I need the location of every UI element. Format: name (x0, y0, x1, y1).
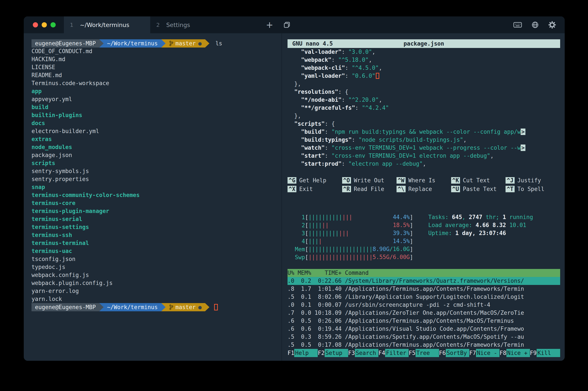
shortcut-key: ^O (342, 177, 351, 184)
nano-line: "watch": "cross-env TERMINUS_DEV=1 webpa… (288, 144, 560, 152)
meter-value: 44.4% (393, 214, 410, 220)
new-tab-button[interactable]: + (260, 16, 279, 33)
ls-directory: terminus-community-color-schemes (31, 191, 282, 199)
fkey-item[interactable]: F4Filter (378, 349, 409, 357)
ls-directory: snap (31, 183, 282, 191)
terminal-cursor (214, 304, 218, 310)
process-row[interactable]: .5 0.3 8:59.26 /Applications/Spotify.app… (288, 333, 560, 341)
new-window-button[interactable] (279, 16, 295, 33)
meter-value: 14.5% (393, 238, 410, 244)
ls-file: electron-builder.yml (31, 127, 282, 135)
keyboard-icon[interactable] (513, 22, 522, 28)
nano-shortcut: ^UPaste Text (451, 186, 506, 192)
ls-directory: terminus-ssh (31, 231, 282, 239)
nano-shortcut: ^JJustify (506, 177, 560, 184)
right-terminal-pane[interactable]: package.json GNU nano 4.5 "val-loader": … (288, 33, 560, 361)
process-row[interactable]: .7 0.0 10:18.09 /Applications/ZeroTier O… (288, 309, 560, 317)
prompt-cwd: ~/Work/terminus (107, 40, 158, 47)
ls-directory: extras (31, 135, 282, 143)
ls-file: HACKING.md (31, 55, 282, 63)
nano-line: "webpack": "^5.18.0", (288, 56, 560, 64)
nano-shortcut: ^OWrite Out (342, 177, 397, 184)
process-table-header[interactable]: U% MEM% TIME+ Command (288, 269, 560, 277)
meter-bar: |||||||||||||44.4% (308, 213, 410, 221)
ls-directory: terminus-plugin-manager (31, 207, 282, 215)
fkey-item[interactable]: F9Kill (530, 349, 560, 357)
nano-title-bar: package.json GNU nano 4.5 (288, 39, 560, 48)
meter-label: 2 (295, 222, 305, 229)
process-row[interactable]: .5 0.5 0:17.08 /Applications/Terminus.ap… (288, 341, 560, 349)
process-row[interactable]: .0 0.1 0:00.07 /usr/sbin/screencapture -… (288, 301, 560, 309)
prompt-git-segment: master● (166, 303, 205, 311)
prompt-line: eugene@Eugenes-MBP~/Work/terminusmaster● (31, 303, 282, 311)
fkey-action: Nice - (476, 349, 500, 357)
fkey-item[interactable]: F6SortBy (439, 349, 469, 357)
minimize-button[interactable] (42, 22, 47, 27)
fkey-item[interactable]: F1Help (288, 349, 318, 357)
nano-shortcut-row: ^GGet Help^OWrite Out^WWhere Is^KCut Tex… (288, 176, 560, 185)
nano-line: "**/graceful-fs": "^4.2.4" (288, 104, 560, 112)
close-button[interactable] (33, 22, 38, 27)
meter-value: 8.90G (372, 246, 389, 252)
fkey-item[interactable]: F8Nice + (500, 349, 530, 357)
git-branch-icon (169, 41, 173, 46)
prompt-user-host: eugene@Eugenes-MBP (35, 40, 96, 47)
prompt-path-segment: ~/Work/terminus (104, 39, 161, 48)
meter-value: 18.5% (393, 222, 410, 228)
prompt-user-segment: eugene@Eugenes-MBP (31, 39, 99, 48)
fkey-action: Tree (416, 349, 439, 357)
prompt-cwd: ~/Work/terminus (107, 304, 158, 310)
git-branch-name: master (175, 304, 196, 310)
shortcut-key: ^J (506, 177, 514, 184)
settings-gear-icon[interactable] (548, 21, 556, 29)
process-row[interactable]: .8 1.7 1:01.40 /Applications/Terminus.ap… (288, 285, 560, 293)
prompt-user-host: eugene@Eugenes-MBP (35, 304, 96, 310)
meter-row: Swp[|||||||||||||||||||5.55G/6.00G] (295, 253, 417, 261)
toolbar-icons (513, 16, 565, 33)
nano-shortcut: ^KCut Text (451, 177, 506, 184)
shortcut-label: Exit (299, 186, 313, 192)
line-truncated-marker: > (521, 128, 525, 135)
ls-file: typedoc.js (31, 263, 282, 271)
nano-shortcut: ^\Replace (397, 186, 451, 192)
fkey-action: SortBy (446, 349, 469, 357)
globe-icon[interactable] (531, 21, 539, 28)
ls-file: CODE_OF_CONDUCT.md (31, 47, 282, 55)
process-row[interactable]: .6 0.5 0:26.06 /Applications/Terminus.ap… (288, 317, 560, 325)
summary-line: Tasks: 645, 2747 thr; 1 running (428, 213, 533, 221)
process-row[interactable]: .0 0.2 0:22.66 /System/Library/Framework… (288, 277, 560, 285)
process-row[interactable]: .5 0.1 8:02.06 /Library/Application Supp… (288, 293, 560, 301)
prompt-path-segment: ~/Work/terminus (104, 303, 161, 311)
git-branch-icon (169, 304, 173, 310)
zoom-button[interactable] (51, 22, 56, 27)
fkey-number: F8 (500, 350, 506, 356)
tab-settings[interactable]: 2 Settings (150, 16, 237, 33)
tab-title: Settings (166, 22, 190, 28)
meter-label: Swp (295, 254, 305, 261)
fkey-item[interactable]: F2Setup (318, 349, 348, 357)
ls-file: Terminus.code-workspace (31, 79, 282, 87)
shortcut-key: ^G (288, 177, 296, 184)
fkey-number: F7 (469, 350, 476, 356)
meter-bar: ||||14.5% (308, 237, 410, 245)
ls-directory: node_modules (31, 143, 282, 151)
fkey-item[interactable]: F5Tree (409, 349, 439, 357)
shortcut-label: To Spell (517, 186, 544, 192)
shortcut-key: ^T (506, 186, 514, 192)
tab-terminal[interactable]: 1 ~/Work/terminus (64, 16, 150, 33)
fkey-item[interactable]: F7Nice - (469, 349, 500, 357)
ls-file: LICENSE (31, 63, 282, 71)
nano-line: }, (288, 112, 560, 120)
left-terminal-pane[interactable]: eugene@Eugenes-MBP~/Work/terminusmaster●… (24, 33, 282, 361)
htop-meters: 1[|||||||||||||44.4%] 2[||||||18.5%] 3[|… (295, 213, 417, 261)
htop-summary: Tasks: 645, 2747 thr; 1 runningLoad aver… (428, 213, 533, 261)
ls-directory: terminus-core (31, 199, 282, 207)
typed-command: ls (216, 40, 222, 47)
ls-file: yarn-error.log (31, 287, 282, 295)
ls-directory: terminus-uac (31, 247, 282, 255)
fkey-item[interactable]: F3Search (348, 349, 378, 357)
fkey-number: F1 (288, 350, 294, 356)
process-row[interactable]: .6 0.6 0:19.44 /Applications/Visual Stud… (288, 325, 560, 333)
split-panes: eugene@Eugenes-MBP~/Work/terminusmaster●… (24, 33, 565, 361)
ls-file: tsconfig.json (31, 255, 282, 263)
